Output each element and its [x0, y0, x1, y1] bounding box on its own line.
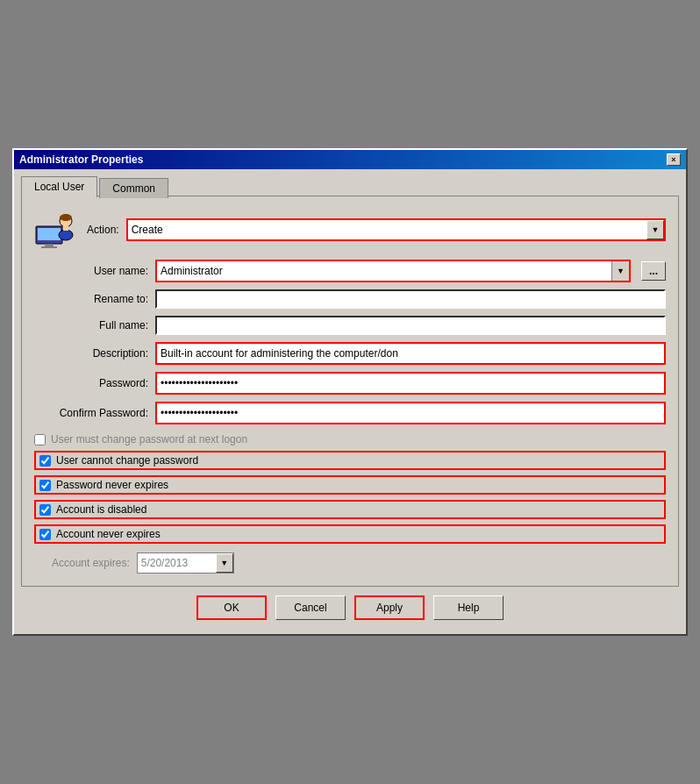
- action-row: Action: ▼: [34, 209, 666, 251]
- expires-combo-wrapper: ▼: [137, 552, 234, 574]
- title-bar: Administrator Properties ×: [14, 150, 686, 169]
- tab-content: Action: ▼ User name:: [21, 196, 679, 587]
- checkboxes-section: User must change password at next logon …: [34, 433, 666, 574]
- fullname-label: Full name:: [34, 319, 148, 331]
- cannot-change-password-checkbox[interactable]: [39, 455, 51, 467]
- svg-rect-7: [63, 226, 68, 231]
- description-input-wrapper: [155, 342, 666, 365]
- username-combo-inner: ▼: [157, 261, 629, 281]
- password-input[interactable]: [157, 374, 664, 393]
- window-title: Administrator Properties: [19, 153, 143, 166]
- password-label: Password:: [34, 377, 148, 389]
- description-row: Description:: [34, 342, 666, 365]
- ellipsis-icon: ...: [649, 265, 658, 277]
- svg-point-6: [59, 230, 73, 240]
- password-row: Password:: [34, 372, 666, 395]
- action-input[interactable]: [128, 220, 647, 239]
- rename-row: Rename to:: [34, 289, 666, 309]
- password-wrapper: [155, 372, 666, 395]
- confirm-password-row: Confirm Password:: [34, 402, 666, 424]
- ellipsis-button[interactable]: ...: [641, 261, 666, 281]
- must-change-password-row: User must change password at next logon: [34, 433, 666, 445]
- fullname-row: Full name:: [34, 316, 666, 335]
- fullname-input[interactable]: [155, 316, 666, 335]
- username-dropdown-btn[interactable]: ▼: [611, 261, 629, 281]
- window-body: Local User Common: [14, 169, 686, 634]
- svg-point-5: [60, 214, 72, 221]
- apply-button[interactable]: Apply: [354, 595, 425, 620]
- password-never-expires-label: Password never expires: [56, 479, 168, 491]
- cancel-button[interactable]: Cancel: [275, 595, 346, 620]
- ok-button[interactable]: OK: [196, 595, 267, 620]
- help-button[interactable]: Help: [433, 595, 504, 620]
- action-label-group: Action: ▼: [87, 218, 666, 241]
- account-expires-row: Account expires: ▼: [52, 552, 666, 574]
- account-disabled-checkbox[interactable]: [39, 504, 51, 516]
- action-label: Action:: [87, 224, 119, 236]
- username-input[interactable]: [157, 261, 612, 281]
- rename-label: Rename to:: [34, 293, 148, 305]
- svg-rect-2: [45, 244, 54, 246]
- svg-rect-1: [38, 228, 61, 240]
- button-row: OK Cancel Apply Help: [21, 587, 679, 627]
- tab-common[interactable]: Common: [99, 178, 168, 198]
- account-expires-label: Account expires:: [52, 557, 130, 569]
- tab-local-user[interactable]: Local User: [21, 176, 97, 197]
- cannot-change-password-row: User cannot change password: [34, 451, 666, 470]
- action-dropdown-btn[interactable]: ▼: [646, 220, 664, 239]
- rename-input[interactable]: [155, 289, 666, 309]
- account-never-expires-row: Account never expires: [34, 524, 666, 544]
- dropdown-arrow-icon: ▼: [652, 225, 660, 234]
- must-change-password-label: User must change password at next logon: [51, 433, 247, 445]
- title-bar-controls: ×: [667, 153, 681, 166]
- password-never-expires-row: Password never expires: [34, 475, 666, 495]
- description-input[interactable]: [157, 344, 664, 363]
- username-row: User name: ▼ ...: [34, 260, 666, 282]
- confirm-password-input[interactable]: [157, 403, 664, 423]
- account-never-expires-checkbox[interactable]: [39, 529, 51, 540]
- account-disabled-label: Account is disabled: [56, 503, 146, 516]
- action-combo-wrapper: ▼: [126, 218, 666, 241]
- main-window: Administrator Properties × Local User Co…: [12, 148, 688, 636]
- expires-dropdown-arrow-icon: ▼: [220, 559, 228, 567]
- tab-bar: Local User Common: [21, 176, 679, 196]
- username-label: User name:: [34, 265, 148, 277]
- svg-rect-3: [41, 246, 57, 248]
- account-expires-input[interactable]: [138, 553, 217, 573]
- expires-dropdown-btn[interactable]: ▼: [216, 553, 233, 573]
- username-dropdown-arrow-icon: ▼: [617, 267, 625, 275]
- account-disabled-row: Account is disabled: [34, 500, 666, 519]
- form-section: User name: ▼ ... Re: [34, 260, 666, 424]
- confirm-password-label: Confirm Password:: [34, 407, 148, 419]
- description-label: Description:: [34, 347, 148, 360]
- user-icon: [34, 209, 76, 251]
- close-button[interactable]: ×: [667, 153, 681, 166]
- title-bar-title: Administrator Properties: [19, 153, 143, 166]
- confirm-password-wrapper: [155, 402, 666, 424]
- must-change-password-checkbox[interactable]: [34, 434, 46, 445]
- username-combo-wrapper: ▼: [155, 260, 631, 282]
- cannot-change-password-label: User cannot change password: [56, 454, 198, 467]
- account-never-expires-label: Account never expires: [56, 528, 161, 540]
- password-never-expires-checkbox[interactable]: [39, 480, 51, 491]
